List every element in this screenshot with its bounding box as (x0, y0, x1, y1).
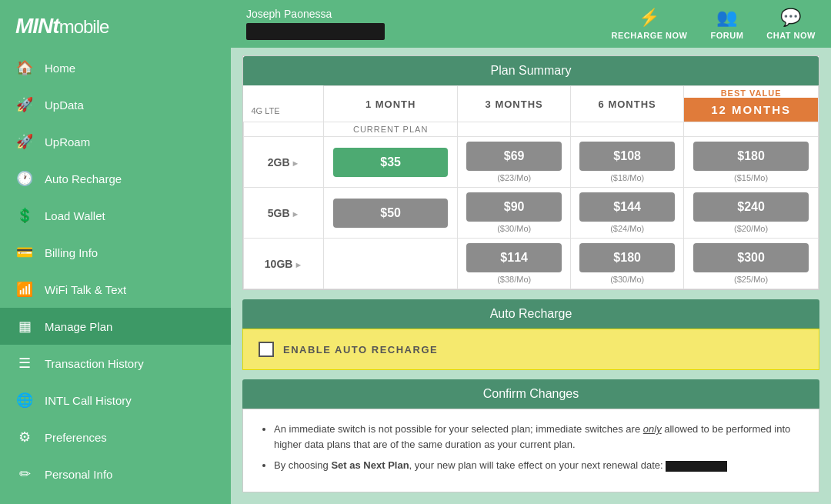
price-cell-r0-c0: $35 (324, 137, 458, 188)
sidebar-item-order-sim[interactable]: ↩ Order Replacement SIM (0, 492, 231, 504)
sidebar-item-auto-recharge[interactable]: 🕐 Auto Recharge (0, 160, 231, 197)
price-cell-r1-c1: $90($30/Mo) (458, 188, 571, 239)
sidebar-item-intl-call[interactable]: 🌐 INTL Call History (0, 382, 231, 419)
sidebar-item-label: UpData (45, 98, 84, 112)
price-button-r1-c1[interactable]: $90 (466, 192, 562, 222)
sidebar: MINtmobile 🏠 Home 🚀 UpData 🚀 UpRoam 🕐 Au… (0, 0, 231, 504)
price-sub-r2-c3: ($25/Mo) (687, 275, 815, 284)
chat-icon: 💬 (780, 8, 802, 28)
rocket2-icon: 🚀 (15, 133, 34, 150)
sidebar-item-manage-plan[interactable]: ▦ Manage Plan (0, 308, 231, 345)
sidebar-item-label: Personal Info (45, 468, 112, 481)
redacted-info (246, 23, 385, 40)
price-sub-r2-c2: ($30/Mo) (574, 275, 680, 284)
sidebar-item-home[interactable]: 🏠 Home (0, 49, 231, 86)
gear-icon: ⚙ (15, 429, 34, 446)
price-sub-r1-c3: ($20/Mo) (687, 224, 815, 233)
best-value-label: BEST VALUE (684, 86, 818, 98)
price-button-r2-c2[interactable]: $180 (579, 243, 675, 272)
plan-summary-section: Plan Summary 4G LTE 1 MONTH 3 MONTHS 6 M… (242, 55, 819, 290)
username: Joseph Paonessa (246, 8, 385, 20)
recharge-now-button[interactable]: ⚡ RECHARGE NOW (612, 8, 688, 40)
price-sub-r2-c1: ($38/Mo) (461, 275, 567, 284)
plan-table: 4G LTE 1 MONTH 3 MONTHS 6 MONTHS BEST VA… (243, 85, 819, 289)
price-button-r2-c1[interactable]: $114 (466, 243, 562, 272)
price-button-r1-c3[interactable]: $240 (693, 192, 808, 222)
confirm-changes-header: Confirm Changes (242, 379, 819, 409)
price-button-r1-c2[interactable]: $144 (579, 192, 675, 222)
confirm-bullet-1: An immediate switch is not possible for … (274, 422, 803, 452)
wallet-icon: 💲 (15, 207, 34, 224)
sidebar-item-label: UpRoam (45, 135, 90, 149)
globe-icon: 🌐 (15, 392, 34, 409)
sidebar-item-label: Transaction History (45, 357, 144, 370)
auto-recharge-header: Auto Recharge (242, 299, 819, 329)
auto-recharge-body: ENABLE AUTO RECHARGE (242, 329, 819, 370)
sidebar-item-label: WiFi Talk & Text (45, 283, 126, 296)
confirm-changes-section: Confirm Changes An immediate switch is n… (242, 379, 819, 492)
lte-label: 4G LTE (244, 86, 324, 122)
gb-label-1: 5GB► (244, 188, 324, 239)
sidebar-item-label: Manage Plan (45, 320, 112, 333)
forum-button[interactable]: 👥 FORUM (710, 8, 743, 40)
main-content: Joseph Paonessa ⚡ RECHARGE NOW 👥 FORUM 💬… (231, 0, 831, 504)
price-button-r0-c3[interactable]: $180 (693, 142, 808, 171)
plan-summary-header: Plan Summary (243, 56, 819, 85)
forum-label: FORUM (710, 31, 743, 40)
price-button-r2-c3[interactable]: $300 (693, 243, 808, 272)
price-cell-r0-c3: $180($15/Mo) (684, 137, 819, 188)
forum-icon: 👥 (716, 8, 738, 28)
price-button-r1-c0[interactable]: $50 (333, 199, 448, 228)
price-sub-r1-c1: ($30/Mo) (461, 224, 567, 233)
user-info: Joseph Paonessa (246, 8, 385, 40)
content-area: Plan Summary 4G LTE 1 MONTH 3 MONTHS 6 M… (231, 48, 831, 504)
sidebar-item-transaction-history[interactable]: ☰ Transaction History (0, 345, 231, 382)
col-3months: 3 MONTHS (458, 86, 571, 122)
price-cell-r2-c3: $300($25/Mo) (684, 239, 819, 289)
sidebar-item-preferences[interactable]: ⚙ Preferences (0, 419, 231, 456)
grid-icon: ▦ (15, 318, 34, 335)
sidebar-item-label: Home (45, 62, 75, 75)
sidebar-item-load-wallet[interactable]: 💲 Load Wallet (0, 197, 231, 234)
chat-now-button[interactable]: 💬 CHAT NOW (766, 8, 816, 40)
home-icon: 🏠 (15, 59, 34, 76)
price-cell-r2-c0 (324, 239, 458, 289)
price-sub-r0-c1: ($23/Mo) (461, 173, 567, 182)
sidebar-item-wifi-talk[interactable]: 📶 WiFi Talk & Text (0, 271, 231, 308)
enable-auto-recharge-checkbox[interactable] (259, 342, 274, 357)
sidebar-item-billing-info[interactable]: 💳 Billing Info (0, 234, 231, 271)
auto-recharge-label: ENABLE AUTO RECHARGE (283, 344, 438, 355)
logo-area: MINtmobile (0, 0, 231, 49)
price-cell-r1-c0: $50 (324, 188, 458, 239)
sidebar-item-personal-info[interactable]: ✏ Personal Info (0, 456, 231, 492)
col-6months: 6 MONTHS (571, 86, 684, 122)
current-plan-label: CURRENT PLAN (324, 122, 458, 137)
sidebar-item-label: Load Wallet (45, 209, 105, 222)
card-icon: 💳 (15, 244, 34, 261)
chat-label: CHAT NOW (766, 31, 816, 40)
recharge-label: RECHARGE NOW (612, 31, 688, 40)
pencil-icon: ✏ (15, 466, 34, 482)
only-emphasis: only (643, 423, 662, 435)
lightning-icon: ⚡ (639, 8, 660, 28)
price-button-r0-c2[interactable]: $108 (579, 142, 675, 171)
renewal-date-redacted (666, 461, 727, 472)
logo: MINtmobile (15, 14, 108, 38)
sidebar-item-label: Billing Info (45, 246, 98, 259)
sidebar-item-updata[interactable]: 🚀 UpData (0, 86, 231, 123)
price-sub-r0-c2: ($18/Mo) (574, 173, 680, 182)
price-button-r0-c1[interactable]: $69 (466, 142, 562, 171)
price-cell-r1-c3: $240($20/Mo) (684, 188, 819, 239)
confirm-bullet-2: By choosing Set as Next Plan, your new p… (274, 458, 803, 473)
confirm-bullets-list: An immediate switch is not possible for … (259, 422, 803, 473)
rocket-icon: 🚀 (15, 96, 34, 113)
wifi-icon: 📶 (15, 281, 34, 298)
gb-label-2: 10GB► (244, 239, 324, 289)
price-button-r0-c0[interactable]: $35 (333, 148, 448, 177)
header-actions: ⚡ RECHARGE NOW 👥 FORUM 💬 CHAT NOW (612, 8, 816, 40)
col-12months-container: BEST VALUE 12 MONTHS (684, 86, 819, 122)
confirm-changes-body: An immediate switch is not possible for … (242, 409, 819, 492)
auto-recharge-section: Auto Recharge ENABLE AUTO RECHARGE (242, 299, 819, 370)
price-sub-r1-c2: ($24/Mo) (574, 224, 680, 233)
sidebar-item-uproam[interactable]: 🚀 UpRoam (0, 123, 231, 160)
